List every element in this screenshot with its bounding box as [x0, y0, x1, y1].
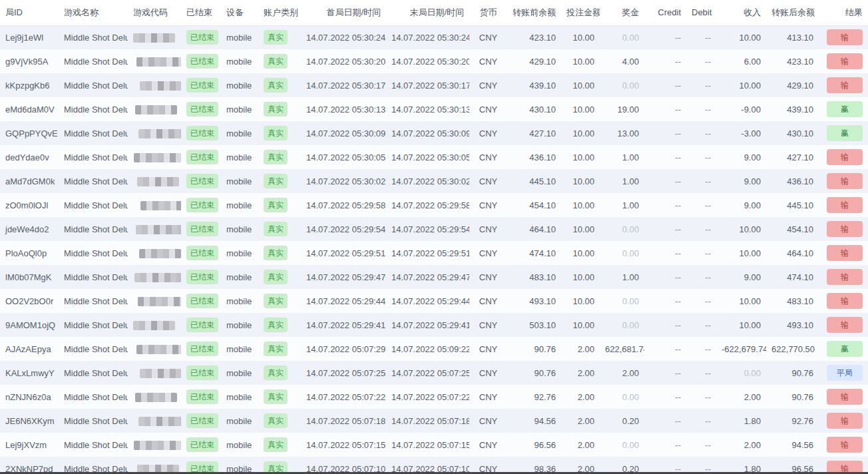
account_type-badge: 真实: [264, 222, 288, 236]
cell-income: 10.00: [716, 313, 766, 337]
table-row[interactable]: 9AMOM1ojQMiddle Shot Deluxe已结束mobile真实14…: [0, 313, 868, 337]
cell-last_time: 14.07.2022 05:07:18: [386, 409, 469, 433]
cell-balance_before: 474.10: [507, 241, 561, 265]
cell-finished: 已结束: [181, 145, 221, 169]
cell-finished: 已结束: [181, 385, 221, 409]
cell-credit: --: [644, 121, 686, 145]
cell-first_time: 14.07.2022 05:07:15: [301, 433, 386, 457]
cell-credit: --: [644, 217, 686, 241]
cell-round_id: OO2V2bO0r: [0, 289, 59, 313]
cell-account_type: 真实: [258, 313, 301, 337]
cell-balance_before: 464.10: [507, 217, 561, 241]
cell-last_time: 14.07.2022 05:29:47: [386, 265, 469, 289]
cell-currency: CNY: [469, 433, 507, 457]
cell-result: 输: [819, 313, 868, 337]
table-row[interactable]: KALxLmwyYMiddle Shot Deluxe已结束mobile真实14…: [0, 361, 868, 385]
cell-first_time: 14.07.2022 05:07:25: [301, 361, 386, 385]
table-row[interactable]: GQPpPYQvEMiddle Shot Deluxe已结束mobile真实14…: [0, 121, 868, 145]
cell-debit: --: [686, 49, 716, 73]
cell-income: 10.00: [716, 73, 766, 97]
column-header-first_time: 首局日期/时间: [301, 0, 386, 25]
cell-credit: --: [644, 289, 686, 313]
cell-device: mobile: [221, 49, 258, 73]
cell-device: mobile: [221, 361, 258, 385]
cell-round_id: aMd7dGM0k: [0, 169, 59, 193]
redacted-game-code: [140, 201, 181, 210]
cell-game_code: [128, 433, 181, 457]
finished-badge: 已结束: [186, 389, 218, 404]
cell-device: mobile: [221, 241, 258, 265]
cell-bet: 2.00: [561, 433, 600, 457]
table-row[interactable]: kKpzpgKb6Middle Shot Deluxe已结束mobile真实14…: [0, 73, 868, 97]
cell-first_time: 14.07.2022 05:29:54: [301, 217, 386, 241]
cell-currency: CNY: [469, 49, 507, 73]
redacted-game-code: [133, 33, 175, 43]
table-row[interactable]: AJAzAEpyaMiddle Shot Deluxe已结束mobile真实14…: [0, 337, 868, 361]
cell-last_time: 14.07.2022 05:30:20: [386, 49, 469, 73]
cell-credit: --: [644, 169, 686, 193]
cell-game_name: Middle Shot Deluxe: [59, 385, 128, 409]
cell-finished: 已结束: [181, 313, 221, 337]
table-row[interactable]: jdeWe4do2Middle Shot Deluxe已结束mobile真实14…: [0, 217, 868, 241]
cell-balance_before: 454.10: [507, 193, 561, 217]
table-row[interactable]: aMd7dGM0kMiddle Shot Deluxe已结束mobile真实14…: [0, 169, 868, 193]
table-row[interactable]: eMd6daM0VMiddle Shot Deluxe已结束mobile真实14…: [0, 97, 868, 121]
cell-prize: 0.20: [600, 409, 644, 433]
redacted-game-code: [135, 393, 177, 402]
cell-first_time: 14.07.2022 05:30:20: [301, 49, 386, 73]
cell-income: 9.00: [716, 169, 766, 193]
cell-game_code: [128, 145, 181, 169]
redacted-game-code: [140, 81, 181, 91]
cell-game_code: [128, 241, 181, 265]
cell-round_id: dedYdae0v: [0, 145, 59, 169]
cell-account_type: 真实: [258, 121, 301, 145]
cell-first_time: 14.07.2022 05:30:24: [301, 25, 386, 49]
column-header-income: 收入: [716, 0, 766, 25]
cell-balance_after: 94.56: [766, 433, 819, 457]
cell-game_name: Middle Shot Deluxe: [59, 49, 128, 73]
column-header-game_name: 游戏名称: [59, 0, 128, 25]
cell-device: mobile: [221, 337, 258, 361]
cell-balance_after: 622,770.50: [766, 337, 819, 361]
cell-game_name: Middle Shot Deluxe: [59, 241, 128, 265]
table-row[interactable]: lM0b07MgKMiddle Shot Deluxe已结束mobile真实14…: [0, 265, 868, 289]
result-badge-lose: 输: [827, 413, 863, 429]
column-header-round_id: 局ID: [0, 0, 59, 25]
table-row[interactable]: zO0m0lOJlMiddle Shot Deluxe已结束mobile真实14…: [0, 193, 868, 217]
cell-debit: --: [686, 121, 716, 145]
cell-balance_before: 436.10: [507, 145, 561, 169]
finished-badge: 已结束: [186, 365, 218, 380]
cell-last_time: 14.07.2022 05:07:25: [386, 361, 469, 385]
cell-balance_after: 423.10: [766, 49, 819, 73]
cell-finished: 已结束: [181, 217, 221, 241]
cell-debit: --: [686, 217, 716, 241]
finished-badge: 已结束: [186, 174, 218, 188]
cell-game_code: [128, 289, 181, 313]
table-row[interactable]: g9VjVk95AMiddle Shot Deluxe已结束mobile真实14…: [0, 49, 868, 73]
cell-last_time: 14.07.2022 05:30:17: [386, 73, 469, 97]
table-row[interactable]: Lej9j1eWlMiddle Shot Deluxe已结束mobile真实14…: [0, 25, 868, 49]
cell-game_name: Middle Shot Deluxe: [59, 169, 128, 193]
table-row[interactable]: dedYdae0vMiddle Shot Deluxe已结束mobile真实14…: [0, 145, 868, 169]
finished-badge: 已结束: [186, 222, 218, 236]
finished-badge: 已结束: [186, 78, 218, 93]
table-row[interactable]: Lej9jXVzmMiddle Shot Deluxe已结束mobile真实14…: [0, 433, 868, 457]
cell-balance_after: 90.76: [766, 385, 819, 409]
cell-game_name: Middle Shot Deluxe: [59, 433, 128, 457]
cell-first_time: 14.07.2022 05:07:22: [301, 385, 386, 409]
finished-badge: 已结束: [186, 342, 218, 356]
account_type-badge: 真实: [264, 30, 288, 45]
table-row[interactable]: OO2V2bO0rMiddle Shot Deluxe已结束mobile真实14…: [0, 289, 868, 313]
result-badge-lose: 输: [827, 245, 863, 261]
redacted-game-code: [137, 177, 179, 186]
cell-prize: 13.00: [600, 121, 644, 145]
cell-balance_after: 445.10: [766, 193, 819, 217]
table-row[interactable]: JE6N6XKymMiddle Shot Deluxe已结束mobile真实14…: [0, 409, 868, 433]
table-row[interactable]: PloAoQl0pMiddle Shot Deluxe已结束mobile真实14…: [0, 241, 868, 265]
cell-debit: --: [686, 409, 716, 433]
cell-currency: CNY: [469, 97, 507, 121]
redacted-game-code: [134, 153, 181, 162]
cell-account_type: 真实: [258, 361, 301, 385]
table-row[interactable]: nZNJN6z0aMiddle Shot Deluxe已结束mobile真实14…: [0, 385, 868, 409]
cell-last_time: 14.07.2022 05:07:22: [386, 385, 469, 409]
